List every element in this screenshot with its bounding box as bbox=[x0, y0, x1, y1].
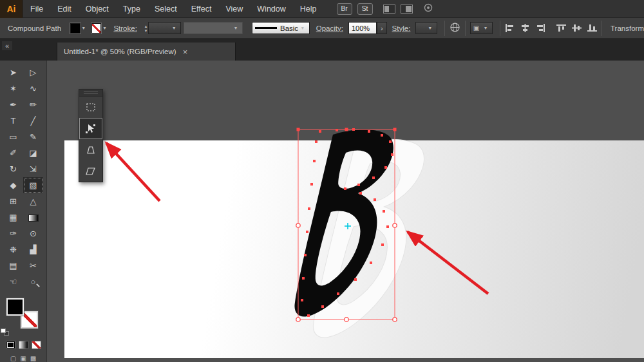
paintbrush-tool[interactable]: ✎ bbox=[23, 129, 43, 145]
stock-button[interactable]: St bbox=[357, 3, 373, 15]
panel-grip-handle[interactable] bbox=[79, 90, 102, 97]
shaper-tool[interactable]: ✐ bbox=[3, 145, 23, 161]
rotate-tool[interactable]: ↻ bbox=[3, 161, 23, 177]
draw-normal-icon[interactable]: ▢ bbox=[10, 355, 16, 362]
opacity-label[interactable]: Opacity: bbox=[316, 24, 343, 32]
separator bbox=[444, 21, 445, 36]
workspace-layout-alt-icon[interactable] bbox=[401, 5, 413, 14]
line-segment-tool[interactable]: ╱ bbox=[23, 113, 43, 129]
isolate-dropdown[interactable]: ▣ ▾ bbox=[470, 22, 493, 34]
menu-type[interactable]: Type bbox=[116, 0, 147, 18]
symbol-sprayer-tool[interactable]: ❉ bbox=[3, 242, 23, 258]
tools-grid: ➤ ▷ ✶ ∿ ✒ ✏ T ╱ ▭ ✎ ✐ ◪ ↻ ⇲ ◆ ▧ ⊞ △ ▦ ✑ … bbox=[3, 64, 43, 290]
scale-tool[interactable]: ⇲ bbox=[23, 161, 43, 177]
mesh-tool[interactable]: ▦ bbox=[3, 209, 23, 225]
perspective-distort-button[interactable] bbox=[79, 139, 102, 160]
menu-file[interactable]: File bbox=[23, 0, 50, 18]
rectangle-tool[interactable]: ▭ bbox=[3, 129, 23, 145]
brush-definition-value: Basic bbox=[280, 24, 298, 32]
constrain-button[interactable] bbox=[79, 97, 102, 118]
align-left-icon[interactable] bbox=[505, 24, 515, 32]
bridge-button[interactable]: Br bbox=[337, 3, 352, 15]
width-tool[interactable]: ◆ bbox=[3, 177, 23, 193]
free-transform-button[interactable] bbox=[79, 118, 102, 139]
gradient-button[interactable] bbox=[19, 341, 28, 349]
main-area: ➤ ▷ ✶ ∿ ✒ ✏ T ╱ ▭ ✎ ✐ ◪ ↻ ⇲ ◆ ▧ ⊞ △ ▦ ✑ … bbox=[0, 61, 644, 362]
draw-inside-icon[interactable]: ▩ bbox=[30, 355, 36, 362]
opacity-input[interactable] bbox=[348, 22, 377, 34]
slice-tool[interactable]: ✂ bbox=[23, 258, 43, 274]
style-dropdown[interactable]: ▾ bbox=[415, 22, 437, 34]
canvas[interactable] bbox=[47, 61, 644, 362]
align-right-icon[interactable] bbox=[536, 24, 545, 32]
collapse-panels-button[interactable]: « bbox=[2, 41, 12, 50]
brush-definition-dropdown[interactable]: Basic ▾ bbox=[252, 22, 310, 34]
constrain-icon bbox=[85, 102, 97, 113]
lasso-tool[interactable]: ∿ bbox=[23, 81, 43, 97]
stroke-color-swatch[interactable] bbox=[91, 23, 102, 33]
align-center-icon[interactable] bbox=[520, 24, 530, 32]
align-top-icon[interactable] bbox=[556, 24, 566, 32]
align-middle-icon[interactable] bbox=[572, 24, 582, 32]
align-bottom-icon[interactable] bbox=[587, 24, 597, 32]
hand-tool[interactable]: ☜ bbox=[3, 274, 23, 290]
color-button[interactable] bbox=[6, 341, 15, 349]
magic-wand-tool[interactable]: ✶ bbox=[3, 81, 23, 97]
none-slash-icon bbox=[22, 312, 37, 327]
stroke-dropdown-arrow-icon[interactable]: ▾ bbox=[103, 25, 106, 31]
default-colors-icon[interactable] bbox=[1, 329, 9, 336]
tools-panel: ➤ ▷ ✶ ∿ ✒ ✏ T ╱ ▭ ✎ ✐ ◪ ↻ ⇲ ◆ ▧ ⊞ △ ▦ ✑ … bbox=[0, 61, 47, 362]
chevron-down-icon: ▾ bbox=[484, 25, 487, 31]
menu-edit[interactable]: Edit bbox=[50, 0, 79, 18]
chevron-down-icon: ▾ bbox=[234, 25, 237, 31]
type-tool[interactable]: T bbox=[3, 113, 23, 129]
eraser-tool[interactable]: ◪ bbox=[23, 145, 43, 161]
style-label[interactable]: Style: bbox=[392, 24, 411, 32]
none-button[interactable] bbox=[32, 341, 41, 349]
recolor-artwork-icon[interactable] bbox=[450, 22, 460, 34]
document-tab[interactable]: Untitled-1* @ 50% (RGB/Preview) × bbox=[57, 43, 236, 61]
stepper-down-icon[interactable]: ▾ bbox=[145, 28, 147, 33]
workspace-layout-icon[interactable] bbox=[383, 5, 395, 14]
graph-tool[interactable]: ▟ bbox=[23, 242, 43, 258]
stroke-weight-stepper[interactable]: ▴ ▾ bbox=[145, 24, 147, 33]
draw-mode-row: ▢ ▣ ▩ bbox=[10, 355, 36, 362]
direct-selection-tool[interactable]: ▷ bbox=[23, 64, 43, 81]
document-tab-title: Untitled-1* @ 50% (RGB/Preview) bbox=[64, 48, 176, 55]
menu-effect[interactable]: Effect bbox=[184, 0, 219, 18]
artboard[interactable] bbox=[64, 140, 644, 358]
free-transform-widget bbox=[79, 89, 103, 182]
perspective-grid-tool[interactable]: △ bbox=[23, 193, 43, 209]
shape-builder-tool[interactable]: ⊞ bbox=[3, 193, 23, 209]
fill-color-swatch[interactable] bbox=[70, 23, 80, 33]
curvature-tool[interactable]: ✏ bbox=[23, 97, 43, 113]
menu-bar: Ai File Edit Object Type Select Effect V… bbox=[0, 0, 644, 18]
transform-label[interactable]: Transform bbox=[611, 24, 644, 32]
menu-view[interactable]: View bbox=[218, 0, 250, 18]
eyedropper-tool[interactable]: ✑ bbox=[3, 225, 23, 242]
menu-object[interactable]: Object bbox=[79, 0, 116, 18]
free-transform-tool[interactable]: ▧ bbox=[23, 177, 43, 193]
zoom-tool[interactable]: ○ bbox=[23, 274, 43, 290]
stroke-label[interactable]: Stroke: bbox=[113, 24, 137, 32]
menu-window[interactable]: Window bbox=[250, 0, 292, 18]
selection-tool[interactable]: ➤ bbox=[3, 64, 23, 81]
variable-width-dropdown: ▾ bbox=[184, 22, 243, 34]
menu-select[interactable]: Select bbox=[147, 0, 184, 18]
separator bbox=[601, 21, 602, 36]
free-distort-button[interactable] bbox=[79, 160, 102, 182]
opacity-expand-button[interactable]: › bbox=[377, 22, 387, 34]
stroke-weight-dropdown[interactable]: ▾ bbox=[148, 22, 181, 34]
app-extras-icon[interactable] bbox=[423, 3, 433, 15]
blend-tool[interactable]: ⊙ bbox=[23, 225, 43, 242]
fill-swatch[interactable] bbox=[6, 298, 24, 316]
stepper-up-icon[interactable]: ▴ bbox=[145, 24, 147, 28]
artboard-tool[interactable]: ▤ bbox=[3, 258, 23, 274]
tab-close-icon[interactable]: × bbox=[183, 47, 188, 57]
fill-dropdown-arrow-icon[interactable]: ▾ bbox=[82, 25, 85, 31]
gradient-tool[interactable] bbox=[23, 209, 43, 225]
pen-tool[interactable]: ✒ bbox=[3, 97, 23, 113]
group-icon: ▣ bbox=[473, 24, 479, 32]
menu-help[interactable]: Help bbox=[293, 0, 324, 18]
draw-behind-icon[interactable]: ▣ bbox=[20, 355, 26, 362]
